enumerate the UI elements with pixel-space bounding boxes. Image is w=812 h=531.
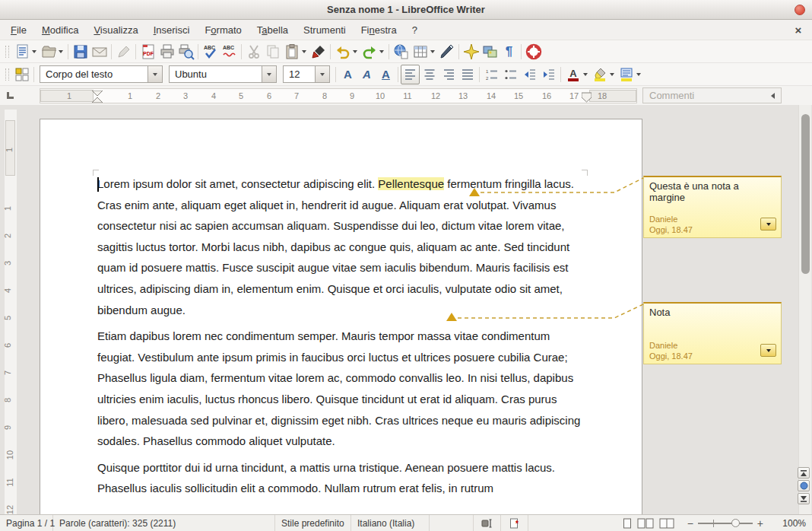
word-count-status[interactable]: Parole (caratteri): 325 (2211)	[53, 515, 275, 531]
language-status[interactable]: Italiano (Italia)	[351, 515, 430, 531]
paste-dropdown[interactable]	[302, 50, 306, 53]
zoom-in-button[interactable]: +	[757, 517, 763, 529]
right-indent-marker[interactable]	[582, 91, 592, 103]
bold-button[interactable]: A	[338, 65, 357, 84]
highlighting-button[interactable]	[590, 65, 609, 84]
font-size-combo[interactable]: 12	[283, 65, 330, 83]
font-name-combo[interactable]: Ubuntu	[169, 65, 277, 83]
insert-table-button[interactable]	[411, 42, 430, 62]
align-center-button[interactable]	[420, 65, 439, 84]
draw-functions-button[interactable]	[437, 42, 456, 62]
comment-anchor-highlight[interactable]: Pellentesque	[378, 177, 444, 190]
open-dropdown[interactable]	[59, 50, 63, 53]
paragraph-background-dropdown[interactable]	[636, 73, 641, 76]
comment-text[interactable]: Questa è una nota a margine	[649, 180, 776, 203]
menu-modifica[interactable]: Modifica	[34, 23, 86, 37]
tab-stop-selector[interactable]	[7, 92, 14, 99]
redo-button[interactable]	[360, 42, 379, 62]
vertical-scrollbar[interactable]	[798, 105, 811, 514]
page-number-status[interactable]: Pagina 1 / 1	[0, 515, 53, 531]
menu-strumenti[interactable]: Strumenti	[296, 23, 354, 37]
formatting-marks-button[interactable]: ¶	[500, 42, 519, 62]
redo-dropdown[interactable]	[379, 50, 384, 53]
menu-tabella[interactable]: Tabella	[249, 23, 296, 37]
menu-visualizza[interactable]: Visualizza	[86, 23, 145, 37]
menu-help[interactable]: ?	[404, 23, 425, 37]
page-style-status[interactable]: Stile predefinito	[275, 515, 351, 531]
next-page-button[interactable]	[798, 493, 810, 504]
font-color-button[interactable]: A	[563, 65, 582, 84]
navigator-button[interactable]	[462, 42, 481, 62]
copy-button[interactable]	[263, 42, 282, 62]
clone-formatting-button[interactable]	[309, 42, 328, 62]
insert-hyperlink-button[interactable]	[392, 42, 411, 62]
bullet-list-button[interactable]	[501, 65, 520, 84]
navigation-button[interactable]	[798, 480, 810, 491]
zoom-out-button[interactable]: −	[687, 517, 693, 529]
paste-button[interactable]	[282, 42, 301, 62]
font-color-dropdown[interactable]	[583, 73, 588, 76]
save-button[interactable]	[71, 42, 90, 62]
print-button[interactable]	[157, 42, 176, 62]
margin-comment-1[interactable]: Questa è una nota a margine Daniele Oggi…	[643, 176, 782, 238]
new-document-dropdown[interactable]	[32, 50, 36, 53]
print-preview-button[interactable]	[176, 42, 195, 62]
toolbar-grip[interactable]	[5, 46, 9, 58]
gallery-button[interactable]	[481, 42, 500, 62]
auto-spellcheck-button[interactable]: ABC	[220, 42, 239, 62]
align-left-button[interactable]	[401, 65, 420, 84]
zoom-slider-track[interactable]	[698, 523, 753, 524]
justify-button[interactable]	[458, 65, 477, 84]
menu-file[interactable]: File	[3, 23, 34, 37]
comment-menu-button[interactable]	[760, 218, 776, 231]
menu-formato[interactable]: Formato	[197, 23, 249, 37]
increase-indent-button[interactable]	[539, 65, 558, 84]
view-book-icon[interactable]	[659, 518, 674, 529]
document-modified-icon[interactable]: *	[501, 515, 528, 531]
zoom-percentage[interactable]: 100%	[769, 515, 812, 531]
font-name-dropdown[interactable]	[262, 66, 276, 82]
scrollbar-thumb[interactable]	[801, 114, 810, 274]
email-button[interactable]	[90, 42, 109, 62]
comment-text[interactable]: Nota	[649, 307, 776, 318]
align-right-button[interactable]	[439, 65, 458, 84]
underline-button[interactable]: A	[376, 65, 395, 84]
insert-mode-status[interactable]	[430, 515, 474, 531]
zoom-slider-thumb[interactable]	[731, 519, 740, 527]
view-multi-page-icon[interactable]	[637, 518, 654, 529]
menu-inserisci[interactable]: Inserisci	[146, 23, 198, 37]
paragraph-1[interactable]: Lorem ipsum dolor sit amet, consectetur …	[97, 173, 585, 320]
edit-file-button[interactable]	[114, 42, 133, 62]
paragraph-3[interactable]: Quisque porttitor dui id urna tincidunt,…	[97, 457, 585, 499]
paragraph-2[interactable]: Etiam dapibus lorem nec condimentum semp…	[97, 326, 585, 452]
decrease-indent-button[interactable]	[520, 65, 539, 84]
insert-table-dropdown[interactable]	[430, 50, 435, 53]
undo-dropdown[interactable]	[353, 50, 357, 53]
undo-button[interactable]	[333, 42, 352, 62]
help-button[interactable]	[524, 42, 543, 62]
close-document-button[interactable]: ×	[791, 22, 806, 37]
styles-panel-icon[interactable]	[12, 65, 31, 84]
vertical-ruler[interactable]: 1 123456789101112	[5, 110, 17, 514]
open-button[interactable]	[39, 42, 58, 62]
menu-finestra[interactable]: Finestra	[354, 23, 404, 37]
view-single-page-icon[interactable]	[623, 518, 632, 529]
margin-comment-2[interactable]: Nota Daniele Oggi, 18.47	[643, 302, 782, 364]
document-page[interactable]: Lorem ipsum dolor sit amet, consectetur …	[40, 119, 642, 514]
italic-button[interactable]: A	[357, 65, 376, 84]
spellcheck-button[interactable]: ABC	[201, 42, 220, 62]
left-indent-marker[interactable]	[92, 91, 103, 103]
font-size-dropdown[interactable]	[315, 66, 329, 82]
numbered-list-button[interactable]: 12	[482, 65, 501, 84]
paragraph-style-combo[interactable]: Corpo del testo	[40, 65, 163, 83]
highlighting-dropdown[interactable]	[610, 73, 614, 76]
comment-menu-button[interactable]	[760, 344, 776, 357]
comments-ruler-button[interactable]: Commenti	[642, 87, 782, 103]
cut-button[interactable]	[244, 42, 263, 62]
export-pdf-button[interactable]: PDF	[138, 42, 157, 62]
paragraph-background-button[interactable]	[617, 65, 636, 84]
selection-mode-icon[interactable]	[474, 515, 501, 531]
horizontal-ruler[interactable]: 1123456789101112131415161718	[40, 88, 637, 103]
new-document-button[interactable]	[12, 42, 31, 62]
toolbar-grip[interactable]	[5, 68, 9, 81]
